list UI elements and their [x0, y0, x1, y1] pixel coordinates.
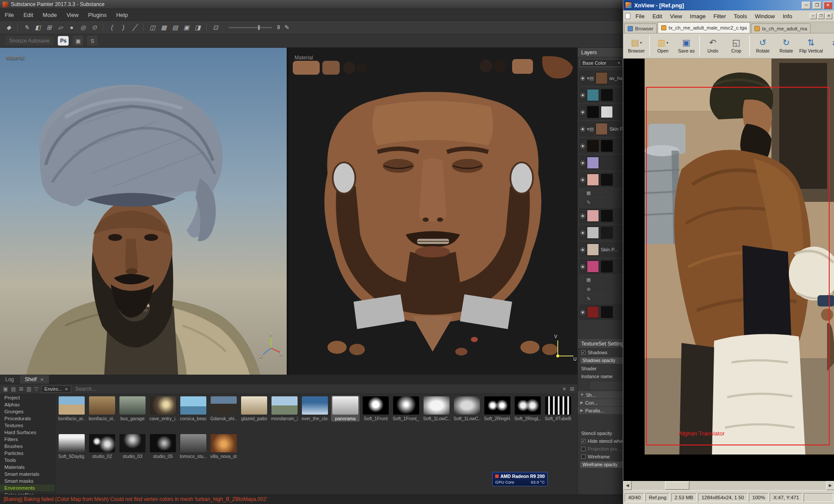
scroll-left-icon[interactable]: ◀	[623, 481, 632, 490]
brush-size-slider[interactable]	[228, 27, 272, 28]
wireframe-checkbox[interactable]	[581, 455, 586, 459]
environment-thumb[interactable]: mondarrain_3	[270, 395, 299, 422]
new-resource-icon[interactable]: ▣	[3, 386, 8, 392]
xn-menu-item[interactable]: Tools	[730, 10, 751, 22]
substance-source-icon[interactable]: S	[87, 36, 97, 46]
shelf-category[interactable]: Grunges	[0, 408, 55, 415]
environment-thumb[interactable]: Soft_1Front_...	[392, 395, 420, 422]
import-resource-icon[interactable]: ▤	[11, 386, 16, 392]
environment-thumb[interactable]: tomoco_stu...	[179, 433, 208, 459]
sp-tool[interactable]	[100, 23, 106, 31]
environment-thumb[interactable]: over_the_clo...	[301, 395, 329, 422]
environment-thumb[interactable]: Soft_1Front	[361, 395, 390, 422]
sp-menu-item[interactable]: Mode	[38, 9, 62, 21]
shelf-category[interactable]: Color profiles	[0, 491, 55, 494]
mdi-restore-button[interactable]: ❐	[817, 13, 824, 19]
export-icon[interactable]: ▣	[73, 36, 83, 46]
symmetry-icon[interactable]: ◫	[147, 23, 158, 32]
visibility-icon[interactable]	[580, 264, 585, 269]
shelf-category[interactable]: Brushes	[0, 443, 55, 450]
environment-thumb[interactable]: Soft_1LowC...	[422, 395, 451, 422]
view-mode-icon[interactable]: ▥	[26, 386, 31, 392]
shelf-search-input[interactable]	[74, 385, 196, 392]
visibility-icon[interactable]	[580, 231, 585, 235]
close-button[interactable]: ✕	[824, 2, 832, 9]
visibility-icon[interactable]	[580, 110, 585, 115]
environment-thumb[interactable]: villa_nova_st...	[209, 433, 238, 459]
shelf-category[interactable]: Project	[0, 394, 55, 401]
sp-menu-item[interactable]: Edit	[19, 9, 38, 21]
shelf-tab[interactable]: Log	[0, 375, 20, 384]
visibility-icon[interactable]	[580, 144, 585, 148]
xn-menu-item[interactable]: Edit	[649, 10, 666, 22]
shelf-category[interactable]: Textures	[0, 422, 55, 429]
shelf-category[interactable]: Environments	[0, 484, 55, 491]
environment-thumb[interactable]: Gdansk_shi...	[209, 395, 238, 422]
xn-tab[interactable]: Browser	[624, 23, 657, 33]
line-mode-icon[interactable]: )	[118, 23, 129, 32]
shelf-category[interactable]: Smart materials	[0, 471, 55, 478]
polygon-fill-icon[interactable]: ▱	[55, 23, 66, 32]
shelf-category[interactable]: Materials	[0, 464, 55, 471]
environment-thumb[interactable]: bonifacio_ar...	[57, 395, 86, 422]
xn-tab[interactable]: tx_ch_me_adult_ma	[751, 23, 811, 33]
environment-thumb[interactable]: cave_entry_i...	[149, 395, 177, 422]
clear-search-icon[interactable]: ✕	[562, 386, 566, 392]
maximize-button[interactable]: ❐	[813, 2, 821, 9]
environment-thumb[interactable]: corsica_beach	[179, 395, 208, 422]
sp-home-icon[interactable]: ◆	[3, 23, 14, 32]
sp-tool[interactable]	[15, 23, 20, 31]
environment-thumb[interactable]: studio_02	[88, 433, 116, 459]
path-mode-icon[interactable]: ╱	[129, 23, 140, 32]
visibility-icon[interactable]	[580, 93, 585, 98]
pencil-icon[interactable]: ✎	[285, 24, 290, 31]
refresh-shelf-icon[interactable]: ⊞	[19, 386, 23, 392]
xn-menu-item[interactable]: Window	[751, 10, 779, 22]
folder-icon[interactable]: ▾▤	[587, 126, 594, 132]
xn-menu-item[interactable]: View	[666, 10, 686, 22]
environment-thumb[interactable]: bonifacio_st...	[88, 395, 116, 422]
shelf-category[interactable]: Particles	[0, 450, 55, 457]
object-mask-icon[interactable]: ▣	[181, 23, 192, 32]
hide-stencil-checkbox[interactable]	[581, 439, 586, 443]
environment-thumb[interactable]: Soft_5Daylig...	[57, 433, 86, 459]
xn-menu-item[interactable]: Filter	[709, 10, 730, 22]
folder-icon[interactable]: ▾▤	[587, 76, 594, 81]
photoshop-plugin-button[interactable]: Ps	[58, 36, 69, 46]
xn-titlebar[interactable]: XnView - [Ref.png] ─ ❐ ✕	[623, 0, 834, 10]
mdi-minimize-button[interactable]: ─	[810, 13, 817, 19]
environment-thumb[interactable]: studio_03	[118, 433, 147, 459]
environment-thumb[interactable]: bus_garage	[118, 395, 147, 422]
environment-thumb[interactable]: panorama	[331, 395, 360, 422]
visibility-icon[interactable]	[580, 161, 585, 165]
axis-gizmo[interactable]: Y Z X	[259, 333, 284, 360]
visibility-icon[interactable]	[580, 127, 585, 132]
dropdown-arrow-icon[interactable]: ▾	[666, 41, 668, 45]
environment-thumb[interactable]: Soft_2RingL...	[513, 395, 542, 422]
environment-thumb[interactable]: Soft_4TubeB...	[544, 395, 573, 422]
stencil-tool-icon[interactable]: ⊡	[210, 23, 221, 32]
shelf-tab[interactable]: Shelf	[20, 375, 50, 384]
shelf-category[interactable]: Tools	[0, 457, 55, 464]
filter-chip[interactable]: Enviro...	[41, 385, 71, 393]
sp-menu-item[interactable]: Plugins	[83, 9, 112, 21]
environment-thumb[interactable]: studio_05	[149, 433, 177, 459]
visibility-icon[interactable]	[580, 310, 585, 315]
filter-icon[interactable]: ▽	[34, 386, 38, 392]
sp-tool[interactable]	[141, 23, 146, 31]
mdi-child-icon[interactable]	[625, 13, 630, 19]
paint-brush-icon[interactable]: ✎	[21, 23, 32, 32]
sp-menu-item[interactable]: Help	[111, 9, 132, 21]
shadows-checkbox[interactable]	[581, 350, 586, 355]
horizontal-scrollbar[interactable]: ◀ ▶	[623, 481, 834, 490]
shelf-category[interactable]: Procedurals	[0, 415, 55, 422]
visibility-icon[interactable]	[580, 178, 585, 182]
sp-menu-item[interactable]: File	[0, 9, 19, 21]
uv-mask-icon[interactable]: ◨	[192, 23, 203, 32]
xn-menu-item[interactable]: Info	[779, 10, 796, 22]
xn-menu-item[interactable]: Image	[686, 10, 709, 22]
smudge-icon[interactable]: ●	[66, 23, 77, 32]
channel-select[interactable]: Base Color	[580, 59, 622, 67]
environment-thumb[interactable]: glazed_patio	[240, 395, 268, 422]
dropdown-arrow-icon[interactable]: ▾	[640, 41, 642, 45]
